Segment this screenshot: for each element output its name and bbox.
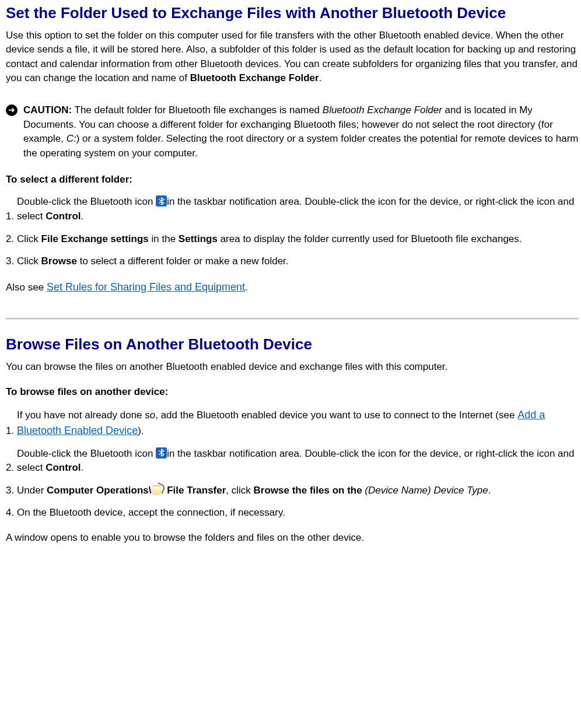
also-see-pre: Also see (6, 282, 47, 293)
also-see-post: . (245, 282, 248, 293)
arrow-circle-icon (6, 104, 18, 116)
s2-post: . (81, 462, 84, 473)
s3-b1: Computer Operations\ (47, 485, 151, 496)
step-text: Click File Exchange settings in the Sett… (17, 232, 579, 247)
caution-t1: The default folder for Bluetooth file ex… (72, 104, 323, 116)
section1-heading: Set the Folder Used to Exchange Files wi… (6, 4, 579, 23)
s2-pre: Double-click the Bluetooth icon (17, 448, 156, 459)
s1-t2: ). (138, 425, 144, 436)
s1-bold: Control (46, 211, 80, 222)
bluetooth-icon (156, 447, 167, 459)
caution-i2: C: (66, 133, 76, 144)
step-text: If you have not already done so, add the… (17, 407, 579, 438)
s2-bold: Control (46, 462, 80, 473)
step-3: 3. Click Browse to select a different fo… (6, 254, 579, 269)
s3-t2: to select a different folder or make a n… (77, 256, 289, 267)
s2-t2: in the (149, 233, 178, 244)
s2-b1: File Exchange settings (41, 233, 149, 244)
section2-subhead: To browse files on another device: (6, 385, 579, 400)
s3-t3: . (488, 485, 491, 496)
step-text: On the Bluetooth device, accept the conn… (17, 506, 579, 520)
section2-final: A window opens to enable you to browse t… (6, 531, 579, 545)
caution-label: CAUTION: (23, 104, 72, 116)
step-number: 3. (6, 484, 17, 498)
caution-block: CAUTION: The default folder for Bluetoot… (6, 103, 579, 161)
link-set-rules[interactable]: Set Rules for Sharing Files and Equipmen… (47, 281, 245, 293)
step-number: 1. (6, 209, 17, 224)
section1-subhead: To select a different folder: (6, 173, 579, 187)
step-3: 3. Under Computer Operations\ File Trans… (6, 484, 579, 498)
step-1: 1. If you have not already done so, add … (6, 407, 579, 438)
section1-intro: Use this option to set the folder on thi… (6, 29, 579, 86)
s3-t1: Under (17, 485, 47, 496)
s4-t: On the Bluetooth device, accept the conn… (17, 507, 285, 518)
caution-i1: Bluetooth Exchange Folder (323, 104, 442, 116)
step-number: 1. (6, 424, 17, 439)
step-number: 4. (6, 506, 17, 520)
s3-b3: Browse the files on the (254, 485, 365, 496)
section1-steps: 1. Double-click the Bluetooth icon in th… (6, 195, 579, 269)
s2-t1: Click (17, 233, 41, 244)
s2-t3: area to display the folder currently use… (218, 233, 522, 244)
caution-icon-cell (6, 103, 23, 121)
step-text: Click Browse to select a different folde… (17, 254, 579, 269)
s3-b2: File Transfer (164, 485, 226, 496)
s1-post: . (81, 211, 84, 222)
section2-heading: Browse Files on Another Bluetooth Device (6, 335, 579, 354)
s3-b1: Browse (41, 256, 77, 267)
s3-t1: Click (17, 256, 41, 267)
intro-bold: Bluetooth Exchange Folder (190, 72, 319, 83)
file-transfer-icon (152, 484, 164, 495)
caution-text: CAUTION: The default folder for Bluetoot… (23, 103, 579, 161)
step-text: Under Computer Operations\ File Transfer… (17, 484, 579, 498)
section-divider (6, 318, 579, 320)
step-number: 2. (6, 232, 17, 247)
step-4: 4. On the Bluetooth device, accept the c… (6, 506, 579, 520)
section2-intro: You can browse the files on another Blue… (6, 360, 579, 374)
also-see-line: Also see Set Rules for Sharing Files and… (6, 279, 579, 295)
intro-dot: . (319, 72, 322, 83)
section2-steps: 1. If you have not already done so, add … (6, 407, 579, 520)
step-2: 2. Double-click the Bluetooth icon in th… (6, 447, 579, 475)
s3-t2: , click (226, 485, 253, 496)
bluetooth-icon (156, 195, 167, 206)
step-number: 2. (6, 461, 17, 475)
caution-t3: ) or a system folder. Selecting the root… (23, 133, 578, 159)
s2-b2: Settings (178, 233, 218, 244)
s3-i1: (Device Name) Device Type (365, 485, 488, 496)
step-number: 3. (6, 254, 17, 269)
step-text: Double-click the Bluetooth icon in the t… (17, 195, 579, 223)
s1-pre: Double-click the Bluetooth icon (17, 196, 156, 207)
step-1: 1. Double-click the Bluetooth icon in th… (6, 195, 579, 223)
step-2: 2. Click File Exchange settings in the S… (6, 232, 579, 247)
s1-t1: If you have not already done so, add the… (17, 410, 517, 421)
step-text: Double-click the Bluetooth icon in the t… (17, 447, 579, 475)
